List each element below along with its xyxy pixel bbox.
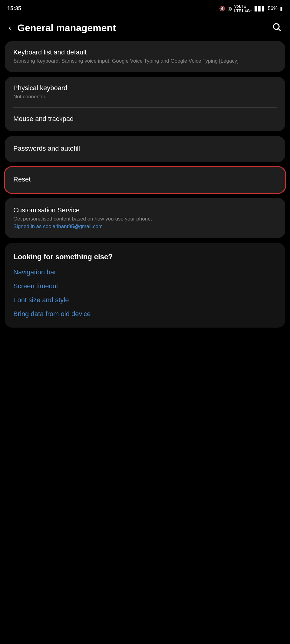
network-icon: VoLTELTE1 4G+: [234, 4, 252, 13]
physical-keyboard-subtitle: Not connected: [13, 93, 277, 100]
back-button[interactable]: ‹: [6, 22, 14, 34]
customisation-card: Customisation Service Get personalised c…: [5, 198, 285, 238]
customisation-signed-in: Signed in as coolarihant95@gmail.com: [13, 224, 277, 230]
looking-section: Looking for something else? Navigation b…: [5, 243, 285, 328]
mouse-trackpad-item[interactable]: Mouse and trackpad: [5, 108, 285, 131]
mouse-trackpad-title: Mouse and trackpad: [13, 115, 277, 123]
search-button[interactable]: [272, 22, 282, 34]
physical-keyboard-title: Physical keyboard: [13, 84, 277, 92]
status-icons: 🔇 ◎ VoLTELTE1 4G+ ▋▋▋ 56% ▮: [219, 4, 283, 13]
customisation-item[interactable]: Customisation Service Get personalised c…: [5, 198, 285, 238]
status-time: 15:35: [7, 5, 21, 12]
customisation-title: Customisation Service: [13, 206, 277, 214]
signal-bars-icon: ▋▋▋: [255, 6, 265, 11]
page-header: ‹ General management: [0, 16, 290, 41]
location-icon: ◎: [228, 6, 232, 11]
passwords-autofill-item[interactable]: Passwords and autofill: [5, 136, 285, 162]
passwords-group-card: Passwords and autofill: [5, 136, 285, 162]
passwords-autofill-title: Passwords and autofill: [13, 145, 277, 152]
battery-percentage: 56%: [268, 6, 278, 11]
page-title: General management: [17, 22, 116, 34]
looking-title: Looking for something else?: [13, 253, 277, 261]
keyboard-list-title: Keyboard list and default: [13, 48, 277, 56]
keyboard-group-card: Keyboard list and default Samsung Keyboa…: [5, 41, 285, 72]
settings-content: Keyboard list and default Samsung Keyboa…: [0, 41, 290, 328]
keyboard-list-subtitle: Samsung Keyboard, Samsung voice input, G…: [13, 57, 277, 65]
font-size-style-link[interactable]: Font size and style: [13, 296, 277, 304]
reset-group-card: Reset: [5, 167, 285, 193]
reset-item[interactable]: Reset: [5, 167, 285, 193]
mute-icon: 🔇: [219, 6, 225, 11]
bring-data-link[interactable]: Bring data from old device: [13, 310, 277, 318]
keyboard-list-item[interactable]: Keyboard list and default Samsung Keyboa…: [5, 41, 285, 72]
physical-keyboard-item[interactable]: Physical keyboard Not connected: [5, 77, 285, 108]
svg-line-1: [278, 29, 280, 31]
battery-icon: ▮: [280, 6, 283, 11]
screen-timeout-link[interactable]: Screen timeout: [13, 282, 277, 290]
navigation-bar-link[interactable]: Navigation bar: [13, 268, 277, 276]
customisation-subtitle: Get personalised content based on how yo…: [13, 215, 277, 223]
reset-title: Reset: [13, 175, 277, 183]
status-bar: 15:35 🔇 ◎ VoLTELTE1 4G+ ▋▋▋ 56% ▮: [0, 0, 290, 16]
physical-group-card: Physical keyboard Not connected Mouse an…: [5, 77, 285, 131]
